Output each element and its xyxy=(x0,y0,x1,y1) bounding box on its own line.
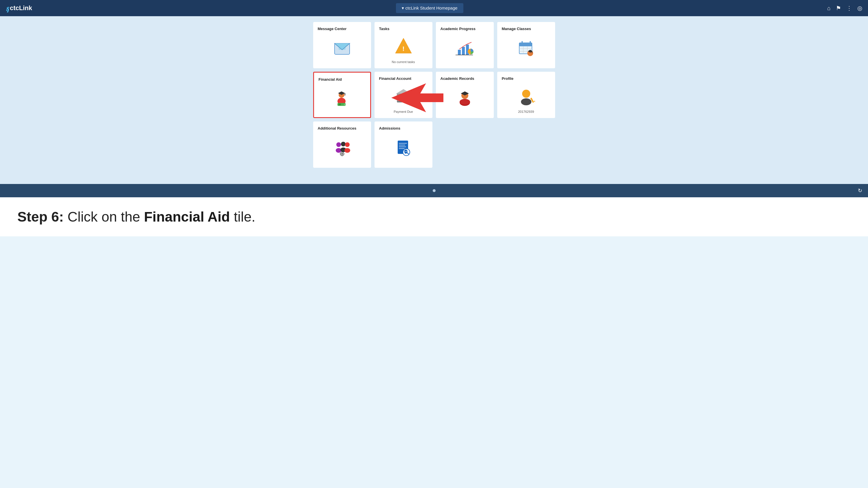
tile-profile-icon-area xyxy=(502,83,551,109)
svg-point-70 xyxy=(405,150,407,152)
tile-manage-classes-title: Manage Classes xyxy=(502,27,531,31)
step-highlight: Financial Aid xyxy=(144,209,230,225)
tile-admissions-icon-area xyxy=(379,133,428,163)
svg-point-54 xyxy=(344,148,350,153)
svg-point-44 xyxy=(522,90,530,98)
tile-profile-title: Profile xyxy=(502,76,514,81)
svg-rect-15 xyxy=(530,41,531,44)
academic-records-icon xyxy=(456,89,474,108)
svg-rect-65 xyxy=(399,148,405,149)
tile-academic-progress-title: Academic Progress xyxy=(440,27,475,31)
svg-point-49 xyxy=(336,142,341,147)
tile-additional-resources-title: Additional Resources xyxy=(318,126,356,130)
tasks-icon: ! xyxy=(394,37,413,56)
tile-financial-account[interactable]: Financial Account xyxy=(374,72,432,118)
tile-financial-aid-icon-area: $ xyxy=(319,84,366,112)
admissions-icon xyxy=(394,139,413,157)
svg-rect-32 xyxy=(398,95,400,100)
step-number: Step 6: xyxy=(18,209,64,225)
academic-progress-icon xyxy=(456,39,474,58)
tile-academic-records-icon-area xyxy=(440,83,489,113)
tiles-row-2: Financial Aid $ xyxy=(313,72,555,118)
tile-additional-resources-icon-area xyxy=(318,133,366,163)
more-vert-icon[interactable]: ⋮ xyxy=(846,5,852,11)
tile-academic-progress[interactable]: Academic Progress xyxy=(436,22,494,68)
svg-rect-14 xyxy=(522,41,523,44)
svg-rect-22 xyxy=(532,51,532,53)
logo-text: ctcLink xyxy=(10,4,32,12)
compass-icon[interactable]: ◎ xyxy=(857,5,862,11)
svg-point-51 xyxy=(341,142,346,147)
home-icon[interactable]: ⌂ xyxy=(827,5,831,11)
financial-aid-icon: $ xyxy=(333,89,351,108)
tile-tasks-subtitle: No current tasks xyxy=(379,60,428,64)
step-text-before: Click on the xyxy=(64,209,144,225)
tile-financial-account-icon-area xyxy=(379,83,428,109)
tile-message-center-icon-area xyxy=(318,33,366,64)
header-icons: ⌂ ⚑ ⋮ ◎ xyxy=(827,5,862,11)
svg-rect-62 xyxy=(399,143,407,144)
additional-resources-icon xyxy=(333,139,351,157)
svg-point-53 xyxy=(345,142,350,147)
tile-tasks-icon-area: ! xyxy=(379,33,428,59)
svg-point-71 xyxy=(405,152,407,154)
financial-account-icon xyxy=(394,87,413,105)
homepage-button-label: ▾ ctcLink Student Homepage xyxy=(402,5,457,11)
tiles-row-3: Additional Resources xyxy=(313,122,555,168)
tile-financial-account-title: Financial Account xyxy=(379,76,411,81)
tile-tasks[interactable]: Tasks ! No current tasks xyxy=(374,22,432,68)
tiles-wrapper: Message Center Tasks xyxy=(313,22,555,168)
tile-academic-records-title: Academic Records xyxy=(440,76,474,81)
tile-academic-progress-icon-area xyxy=(440,33,489,64)
logo-s-icon: ᶊ xyxy=(6,4,9,13)
tile-manage-classes-icon-area xyxy=(502,33,551,64)
tile-tasks-title: Tasks xyxy=(379,27,390,31)
profile-icon xyxy=(517,87,535,105)
step-section: Step 6: Click on the Financial Aid tile. xyxy=(0,197,868,236)
tile-financial-aid-title: Financial Aid xyxy=(319,77,342,82)
step-instruction: Step 6: Click on the Financial Aid tile. xyxy=(18,209,850,225)
tile-financial-aid[interactable]: Financial Aid $ xyxy=(313,72,371,118)
svg-point-39 xyxy=(405,101,409,104)
svg-rect-28 xyxy=(339,103,341,105)
svg-point-43 xyxy=(460,99,470,105)
flag-icon[interactable]: ⚑ xyxy=(836,5,841,11)
tile-profile-id: 201762939 xyxy=(502,110,551,113)
logo: ᶊctcLink xyxy=(6,4,32,13)
svg-point-45 xyxy=(521,98,531,105)
tile-message-center-title: Message Center xyxy=(318,27,347,31)
svg-marker-47 xyxy=(534,100,535,102)
bottom-bar: ↻ xyxy=(0,184,868,197)
tiles-row-1: Message Center Tasks xyxy=(313,22,555,68)
svg-point-56 xyxy=(341,153,343,155)
tile-manage-classes[interactable]: Manage Classes xyxy=(497,22,555,68)
tile-profile[interactable]: Profile 201762939 xyxy=(497,72,555,118)
svg-rect-64 xyxy=(399,147,406,147)
homepage-dropdown-button[interactable]: ▾ ctcLink Student Homepage xyxy=(396,3,463,13)
header: ᶊctcLink ▾ ctcLink Student Homepage ⌂ ⚑ … xyxy=(0,0,868,16)
manage-classes-icon xyxy=(517,39,535,58)
tile-additional-resources[interactable]: Additional Resources xyxy=(313,122,371,168)
svg-rect-33 xyxy=(401,95,403,100)
bottom-bar-dot xyxy=(433,189,436,192)
svg-rect-35 xyxy=(407,95,409,100)
tile-message-center[interactable]: Message Center xyxy=(313,22,371,68)
svg-rect-7 xyxy=(458,50,461,55)
refresh-icon[interactable]: ↻ xyxy=(858,188,862,194)
tile-financial-account-subtitle: Payment Due xyxy=(379,110,428,113)
message-center-icon xyxy=(333,39,351,58)
svg-text:!: ! xyxy=(402,45,404,52)
svg-marker-31 xyxy=(396,89,411,94)
main-content: Message Center Tasks xyxy=(0,16,868,184)
tile-academic-records[interactable]: Academic Records xyxy=(436,72,494,118)
tile-admissions-title: Admissions xyxy=(379,126,401,130)
svg-rect-8 xyxy=(462,47,465,55)
tile-admissions[interactable]: Admissions xyxy=(374,122,432,168)
step-text-after: tile. xyxy=(230,209,255,225)
svg-text:$: $ xyxy=(344,103,345,106)
svg-rect-63 xyxy=(399,144,405,145)
